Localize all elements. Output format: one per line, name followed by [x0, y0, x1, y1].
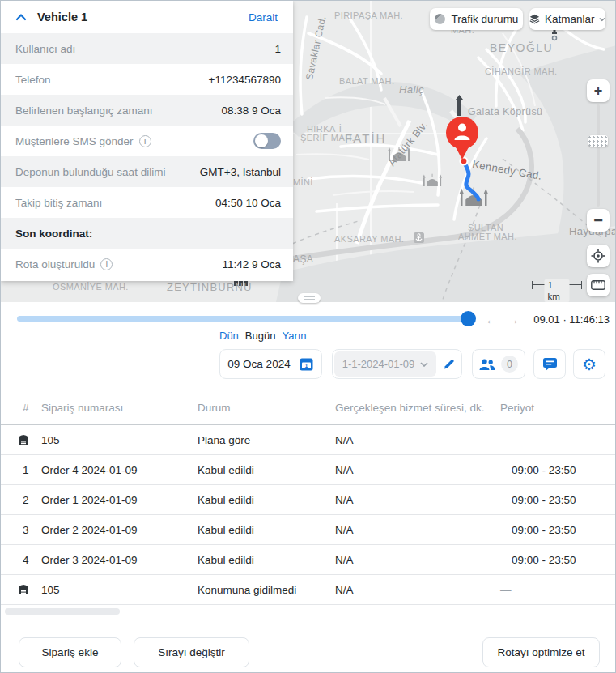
geolocate-button[interactable] [587, 245, 610, 267]
row-label-text: Müşterilere SMS gönder [15, 135, 134, 147]
order-service: N/A [335, 524, 500, 536]
panel-title: Vehicle 1 [37, 11, 249, 23]
orders-table-header: # Sipariş numarası Durum Gerçekleşen hiz… [1, 391, 616, 425]
panel-row: Telefon +11234567890 [1, 64, 293, 95]
chat-button[interactable] [533, 349, 566, 379]
panel-row: Deponun bulunduğu saat dilimi GMT+3, Ist… [1, 156, 293, 187]
row-label: Son koordinat: [15, 228, 92, 240]
ruler-icon [591, 280, 605, 290]
chevron-down-icon [599, 17, 605, 22]
order-period: 09:00 - 23:50 [500, 464, 616, 476]
timeline-prev-button[interactable]: ← [484, 311, 499, 327]
zoom-slider-handle[interactable] [588, 135, 608, 147]
chevron-up-icon[interactable] [15, 13, 27, 21]
collapse-link[interactable]: Daralt [249, 11, 278, 23]
sms-toggle[interactable] [253, 133, 281, 149]
couriers-button[interactable]: 0 [472, 349, 525, 379]
order-number: Order 3 2024-01-09 [41, 554, 198, 566]
timeline-slider[interactable] [17, 316, 473, 322]
anchor-icon [414, 232, 424, 243]
panel-row: Takip bitiş zamanı 04:50 10 Oca [1, 187, 293, 218]
traffic-icon [435, 14, 445, 24]
courier-marker[interactable] [444, 115, 481, 164]
col-number: Sipariş numarası [41, 402, 198, 414]
panel-row: Rota oluşturuldu i 11:42 9 Oca [1, 249, 293, 279]
table-row[interactable]: 4 Order 3 2024-01-09 Kabul edildi N/A 09… [1, 545, 616, 575]
panel-drag-handle[interactable] [298, 293, 321, 303]
date-label: 09 Oca 2024 [227, 358, 290, 370]
row-label: Deponun bulunduğu saat dilimi [15, 166, 165, 178]
row-label: Kullanıcı adı [15, 43, 75, 55]
order-number: 105 [41, 584, 198, 596]
vehicle-panel: Vehicle 1 Daralt Kullanıcı adı 1 Telefon… [1, 1, 293, 281]
order-seq: 2 [1, 494, 41, 506]
order-period: — [500, 584, 616, 596]
row-label: Belirlenen başlangıç zamanı [15, 104, 153, 117]
order-period: 09:00 - 23:50 [500, 494, 616, 506]
chat-icon [542, 357, 558, 371]
date-picker-button[interactable]: 09 Oca 2024 1 [219, 349, 322, 379]
row-value: +11234567890 [209, 74, 281, 86]
table-row[interactable]: 105 Konumuna gidilmedi N/A — [1, 575, 616, 605]
row-label: Müşterilere SMS gönder i [15, 135, 151, 147]
day-link-tomorrow[interactable]: Yarın [282, 330, 306, 342]
scale-label: 1 km [545, 279, 570, 302]
traffic-label: Trafik durumu [452, 13, 519, 25]
zoom-in-button[interactable]: + [587, 79, 610, 102]
svg-text:1: 1 [304, 363, 308, 368]
table-row[interactable]: 2 Order 1 2024-01-09 Kabul edildi N/A 09… [1, 485, 616, 515]
col-seq: # [1, 402, 41, 414]
zoom-out-button[interactable]: − [587, 209, 610, 232]
order-service: N/A [335, 464, 500, 476]
add-order-button[interactable]: Sipariş ekle [19, 637, 121, 667]
col-period: Periyot [500, 402, 616, 414]
settings-button[interactable]: ⚙ [573, 349, 605, 379]
info-icon[interactable]: i [139, 135, 151, 147]
order-status: Kabul edildi [198, 554, 335, 566]
route-select-value: 1-1-2024-01-09 [342, 358, 415, 370]
orders-table-body: 105 Plana göre N/A — 1 Order 4 2024-01-0… [1, 425, 616, 605]
app-window: PİRİPAŞA MAH.MAH.BEYOĞLUCİHANGİR MAH.BAL… [0, 0, 616, 673]
timeline-handle[interactable] [461, 311, 476, 326]
order-number: Order 2 2024-01-09 [41, 524, 198, 536]
optimize-route-button[interactable]: Rotayı optimize et [482, 637, 600, 667]
scale-bar: 1 km [532, 279, 582, 291]
order-status: Kabul edildi [198, 524, 335, 536]
route-select[interactable]: 1-1-2024-01-09 [334, 351, 436, 377]
zoom-slider-rail[interactable] [597, 104, 600, 207]
order-number: 105 [41, 434, 198, 446]
table-row[interactable]: 3 Order 2 2024-01-09 Kabul edildi N/A 09… [1, 515, 616, 545]
order-number: Order 1 2024-01-09 [41, 494, 198, 506]
gear-icon: ⚙ [582, 355, 597, 374]
couriers-count-badge: 0 [501, 356, 518, 373]
order-service: N/A [335, 434, 500, 446]
edit-route-button[interactable] [436, 357, 461, 371]
panel-header: Vehicle 1 Daralt [1, 1, 293, 33]
row-value: GMT+3, Istanbul [200, 166, 281, 178]
order-period: 09:00 - 23:50 [500, 554, 616, 566]
horizontal-scrollbar[interactable] [5, 608, 120, 615]
row-value: 08:38 9 Oca [221, 104, 281, 117]
panel-row: Belirlenen başlangıç zamanı 08:38 9 Oca [1, 95, 293, 126]
col-service: Gerçekleşen hizmet süresi, dk. [335, 402, 500, 414]
table-row[interactable]: 1 Order 4 2024-01-09 Kabul edildi N/A 09… [1, 455, 616, 485]
day-link-today[interactable]: Bugün [245, 330, 276, 342]
change-order-button[interactable]: Sırayı değiştir [134, 637, 249, 667]
order-seq: 3 [1, 524, 41, 536]
row-value: 11:42 9 Oca [222, 258, 281, 270]
row-label-text: Rota oluşturuldu [15, 258, 95, 270]
timeline-next-button[interactable]: → [506, 311, 520, 327]
order-number: Order 4 2024-01-09 [41, 464, 198, 476]
order-status: Konumuna gidilmedi [198, 584, 335, 596]
info-icon[interactable]: i [100, 258, 113, 270]
ruler-button[interactable] [587, 274, 610, 296]
day-link-yesterday[interactable]: Dün [219, 330, 239, 342]
traffic-button[interactable]: Trafik durumu [430, 8, 523, 30]
row-value: 04:50 10 Oca [215, 197, 281, 209]
layers-button[interactable]: Katmanlar [529, 8, 605, 30]
row-value: 1 [274, 43, 281, 55]
order-service: N/A [335, 584, 500, 596]
table-row[interactable]: 105 Plana göre N/A — [1, 425, 616, 455]
route-select-group: 1-1-2024-01-09 [332, 349, 462, 379]
calendar-icon: 1 [299, 356, 314, 372]
